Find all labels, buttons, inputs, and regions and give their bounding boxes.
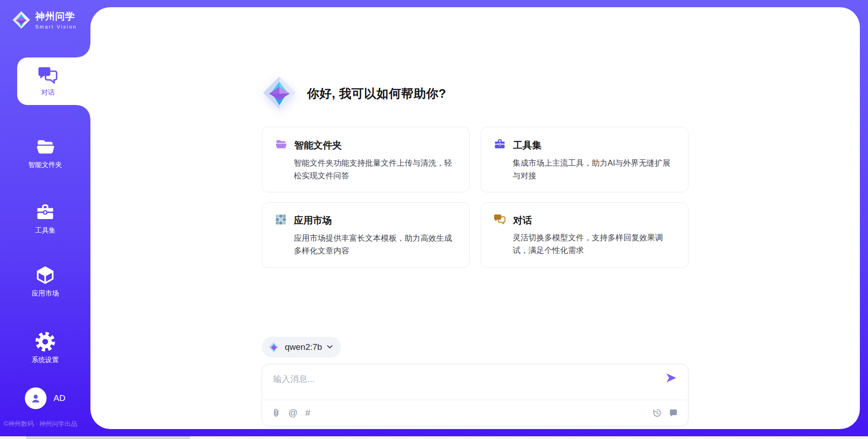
sidebar-item-label: 智能文件夹	[28, 161, 62, 169]
brand-subtitle: Smart Vision	[35, 24, 77, 29]
card-title: 应用市场	[294, 214, 332, 227]
brand: 神州问学 Smart Vision	[12, 10, 77, 29]
copyright-footer: ©神州数码 · 神州问学出品	[4, 420, 77, 428]
card-title: 工具集	[513, 139, 542, 152]
user-profile[interactable]: AD	[0, 387, 90, 409]
avatar	[25, 387, 47, 409]
card-description: 集成市场上主流工具，助力AI与外界无缝扩展与对接	[513, 157, 675, 182]
cube-icon	[35, 265, 56, 285]
model-name: qwen2:7b	[285, 342, 322, 352]
model-logo-icon	[268, 341, 280, 353]
card-app-market[interactable]: 应用市场 应用市场提供丰富长文本模板，助力高效生成多样化文章内容	[262, 202, 470, 267]
toolbox-icon	[35, 202, 56, 222]
at-icon: @	[288, 408, 297, 418]
message-input[interactable]	[273, 373, 665, 400]
composer-toolbar: @ #	[262, 400, 688, 426]
sidebar-item-settings[interactable]: 系统设置	[0, 332, 90, 364]
sidebar-item-app-market[interactable]: 应用市场	[0, 265, 90, 298]
history-button[interactable]	[652, 408, 662, 418]
horizontal-scrollbar-thumb[interactable]	[26, 436, 190, 439]
sidebar: 神州问学 Smart Vision 对话 智能文件夹	[0, 0, 90, 439]
mention-button[interactable]: @	[288, 408, 297, 418]
message-composer: @ #	[262, 364, 689, 426]
chat-duo-icon	[494, 214, 506, 227]
brand-name: 神州问学	[35, 10, 77, 23]
topic-button[interactable]: #	[305, 408, 310, 418]
brand-diamond-logo-icon	[262, 75, 297, 112]
sidebar-item-label: 对话	[41, 88, 55, 97]
horizontal-scrollbar-track[interactable]	[0, 436, 868, 439]
greeting-text: 你好, 我可以如何帮助你?	[307, 86, 446, 102]
card-toolset[interactable]: 工具集 集成市场上主流工具，助力AI与外界无缝扩展与对接	[481, 127, 689, 192]
tab-curve-bottom	[77, 105, 90, 119]
brand-diamond-logo-icon	[12, 10, 31, 29]
sidebar-item-label: 工具集	[35, 226, 56, 235]
gear-icon	[35, 332, 56, 352]
person-icon	[30, 392, 42, 404]
hash-icon: #	[305, 408, 310, 418]
chevron-down-icon	[327, 345, 333, 349]
toolbox-icon	[494, 138, 506, 152]
card-title: 对话	[513, 214, 532, 227]
folder-icon	[275, 138, 287, 152]
sidebar-item-label: 系统设置	[32, 356, 59, 364]
send-icon	[665, 372, 677, 383]
card-chat[interactable]: 对话 灵活切换多模型文件，支持多样回复效果调试，满足个性化需求	[481, 202, 689, 267]
card-title: 智能文件夹	[294, 139, 342, 152]
card-description: 应用市场提供丰富长文本模板，助力高效生成多样化文章内容	[294, 232, 457, 257]
greeting-row: 你好, 我可以如何帮助你?	[262, 75, 689, 112]
card-description: 灵活切换多模型文件，支持多样回复效果调试，满足个性化需求	[513, 232, 675, 257]
sidebar-item-label: 应用市场	[32, 289, 59, 298]
feature-cards: 智能文件夹 智能文件夹功能支持批量文件上传与清洗，轻松实现文件问答 工具集	[262, 127, 689, 268]
model-selector[interactable]: qwen2:7b	[262, 337, 341, 358]
main-content-panel: 你好, 我可以如何帮助你? 智能文件夹 智能文件夹功能支持批量文件上传与清洗，轻…	[90, 7, 860, 429]
sidebar-item-toolset[interactable]: 工具集	[0, 202, 90, 235]
user-initials: AD	[53, 393, 65, 403]
attachment-button[interactable]	[272, 408, 281, 418]
chat-log-button[interactable]	[669, 408, 678, 418]
paperclip-icon	[272, 408, 281, 418]
sidebar-item-smart-folder[interactable]: 智能文件夹	[0, 137, 90, 169]
chat-bubble-icon	[669, 408, 678, 418]
history-icon	[652, 408, 662, 418]
tab-curve-top	[77, 44, 90, 57]
grid-icon	[275, 214, 287, 227]
card-smart-folder[interactable]: 智能文件夹 智能文件夹功能支持批量文件上传与清洗，轻松实现文件问答	[262, 127, 470, 192]
chat-duo-icon	[38, 66, 58, 85]
send-button[interactable]	[665, 369, 678, 388]
sidebar-item-chat[interactable]: 对话	[17, 57, 90, 105]
folder-icon	[35, 137, 56, 157]
card-description: 智能文件夹功能支持批量文件上传与清洗，轻松实现文件问答	[294, 157, 457, 182]
